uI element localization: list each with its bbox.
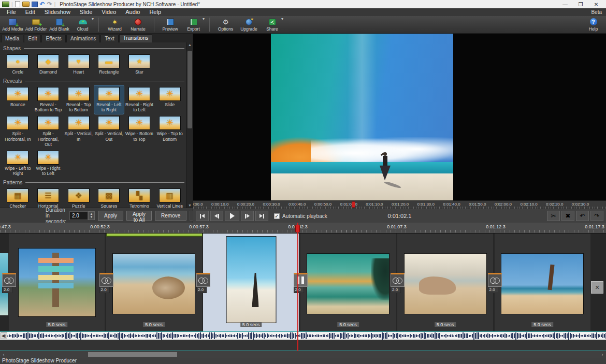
panel-scrollbar[interactable]: ▲ ▼ [186, 42, 193, 208]
toolbar-button[interactable]: Add Folder [24, 16, 48, 33]
edit-icon-button[interactable]: ✖ [561, 211, 574, 221]
restore-button[interactable]: ❐ [573, 1, 588, 8]
menu-item[interactable]: Slide [75, 8, 97, 16]
toolbar-button[interactable]: Add Blank [48, 16, 71, 33]
transition-box[interactable]: 2.0 [99, 273, 113, 293]
transition-tile[interactable]: ☀ Split - Vertical, In [64, 114, 93, 149]
scroll-right-icon[interactable]: › [599, 352, 606, 358]
transition-tile[interactable]: ☀ Bounce [3, 85, 33, 114]
transition-box[interactable]: 2.0 [488, 273, 502, 293]
menu-item[interactable]: Audio [121, 8, 145, 16]
edit-icon-button[interactable]: ✂ [547, 211, 560, 221]
transition-tile[interactable]: ☀ Split - Horizontal, Out [34, 114, 63, 149]
menu-item[interactable]: Slideshow [40, 8, 75, 16]
scrollbar-thumb[interactable] [187, 51, 192, 128]
panel-button[interactable]: Apply to All [126, 211, 152, 221]
edit-icon-button[interactable]: ↷ [590, 211, 603, 221]
toolbar-button[interactable]: Narrate [126, 16, 150, 33]
panel-tab[interactable]: Effects [41, 35, 65, 42]
minimize-button[interactable]: — [557, 1, 573, 8]
preview-scrubber[interactable]: 0:00:00.0 0:00:10.0 0:00:20.0 0:00:30.0 … [193, 200, 606, 209]
toolbar-button[interactable]: Options [214, 16, 237, 33]
horizontal-scrollbar[interactable]: ‹ › [0, 351, 606, 358]
transition-tile[interactable]: ☀ Wipe - Right to Left [34, 149, 63, 178]
duration-stepper[interactable]: ▲▼ [88, 211, 95, 220]
transition-tile[interactable]: ☀ Reveal - Top to Bottom [64, 85, 93, 114]
save-icon[interactable] [32, 2, 38, 7]
play-button[interactable] [225, 211, 239, 221]
transition-tile[interactable]: ☀ Wipe - Bottom to Top [125, 114, 154, 149]
transition-tile[interactable]: ☀ Wipe - Top to Bottom [155, 114, 184, 149]
menu-item[interactable]: Video [97, 8, 121, 16]
edit-icon-button[interactable]: ↶ [576, 211, 589, 221]
transition-box[interactable]: 2.0 [196, 273, 210, 293]
menu-item[interactable]: File [2, 8, 21, 16]
scroll-down-icon[interactable]: ▼ [186, 203, 193, 207]
new-document-icon[interactable] [15, 1, 20, 7]
transition-tile[interactable]: ▬ Rectangle [94, 53, 124, 76]
timeline-clip[interactable]: 5.0 secs [495, 234, 590, 331]
toolbar-button[interactable]: Wizard [103, 16, 126, 33]
transition-tile[interactable]: ★ Star [125, 53, 154, 76]
step-forward-button[interactable] [241, 211, 254, 221]
duration-input[interactable] [69, 211, 88, 220]
panel-tab[interactable]: Media [1, 35, 23, 42]
go-to-end-button[interactable] [255, 211, 268, 221]
transition-tile[interactable]: ☀ Wipe - Left to Right [3, 149, 33, 178]
panel-button[interactable]: Apply [98, 211, 123, 221]
transition-tile[interactable]: ◆ Diamond [34, 53, 63, 76]
transition-box[interactable]: 2.0 [2, 273, 16, 293]
undo-icon[interactable]: ↶ [40, 2, 45, 7]
timeline-clip[interactable]: 5.0 secs [203, 234, 299, 331]
timeline-clip[interactable]: 5.0 secs [106, 234, 202, 331]
panel-tab[interactable]: Animations [66, 35, 100, 42]
menu-item[interactable]: Help [145, 8, 166, 16]
timeline-clip[interactable]: 5.0 secs [9, 234, 105, 331]
panel-tab[interactable]: Edit [24, 35, 41, 42]
transition-tile[interactable]: ☀ Split - Horizontal, In [3, 114, 33, 149]
transition-tile[interactable]: ☀ Slide [155, 85, 184, 114]
panel-tab[interactable]: Transitions [119, 34, 153, 42]
close-button[interactable]: ✕ [588, 1, 604, 8]
panel-button[interactable]: Remove [155, 211, 186, 221]
timeline-clip[interactable]: 5.0 secs [300, 234, 396, 331]
transition-tile[interactable]: ☰ Horizontal Lines [34, 187, 63, 208]
transition-tile[interactable]: ▚ Tetromino [125, 187, 154, 208]
menu-item[interactable]: Edit [21, 8, 40, 16]
transition-tile[interactable]: ❖ Puzzle [64, 187, 93, 208]
toolbar-button[interactable]: Export [182, 16, 205, 33]
scrollbar-thumb[interactable] [88, 352, 177, 357]
transition-tile[interactable]: ▦ Checker Board [3, 187, 33, 208]
transition-tile[interactable]: ☀ Reveal - Bottom to Top [34, 85, 63, 114]
go-to-start-button[interactable] [196, 211, 209, 221]
timeline-end-button[interactable]: ✕ [591, 281, 603, 294]
preview-playhead-marker[interactable] [352, 201, 355, 208]
toolbar-button[interactable]: Preview [158, 16, 182, 33]
open-folder-icon[interactable] [22, 2, 30, 7]
toolbar-button[interactable]: Add Media [1, 16, 24, 33]
step-back-button[interactable] [210, 211, 223, 221]
speaker-icon[interactable]: ◀) [1, 332, 7, 339]
transition-label: Bounce [10, 102, 25, 108]
transition-tile[interactable]: ☀ Split - Vertical, Out [94, 114, 124, 149]
timeline-ruler[interactable]: 0:00:47.3 0:00:52.3 0:00:57.3 0:01:02.3 … [0, 223, 606, 234]
toolbar-button[interactable]: Upgrade [237, 16, 261, 33]
transition-box[interactable]: 2.0 [391, 273, 405, 293]
scroll-left-icon[interactable]: ‹ [0, 352, 7, 358]
help-button[interactable]: ? Help [582, 16, 605, 33]
scroll-up-icon[interactable]: ▲ [186, 43, 193, 47]
automatic-playback-checkbox[interactable]: ✓ Automatic playback [274, 213, 327, 219]
transition-tile[interactable]: ▥ Vertical Lines [155, 187, 184, 208]
audio-track[interactable]: ◀) [0, 331, 606, 340]
transition-tile[interactable]: ▩ Squares [94, 187, 124, 208]
redo-icon[interactable]: ↷ [47, 2, 52, 7]
transition-tile[interactable]: ♥ Heart [64, 53, 93, 76]
transition-tile[interactable]: ☀ Reveal - Left to Right [94, 85, 124, 114]
toolbar-button[interactable]: Share [261, 16, 284, 33]
toolbar-button[interactable]: Cloud [71, 16, 94, 33]
timeline-clip[interactable]: 5.0 secs [397, 234, 493, 331]
transition-box[interactable]: 2.0 [294, 273, 308, 293]
transition-tile[interactable]: ● Circle [3, 53, 33, 76]
transition-tile[interactable]: ☀ Reveal - Right to Left [125, 85, 154, 114]
panel-tab[interactable]: Text [100, 35, 118, 42]
